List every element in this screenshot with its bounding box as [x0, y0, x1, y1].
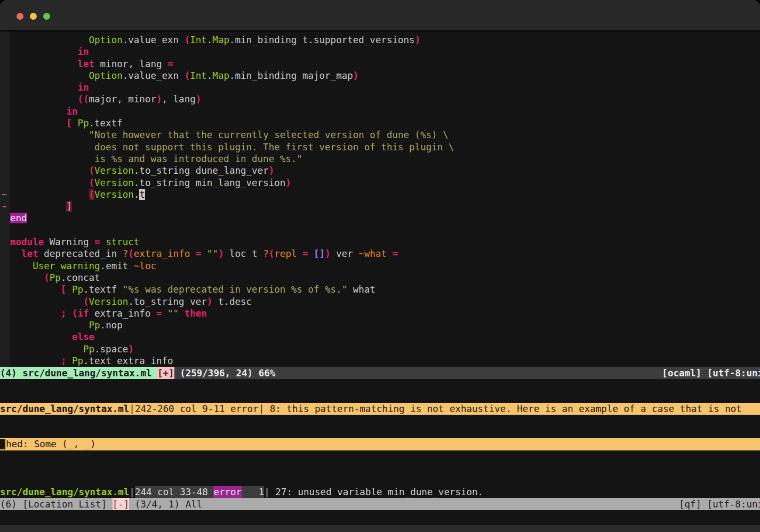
wrap-marker-block [0, 439, 5, 449]
code-line[interactable]: does not support this plugin. The first … [10, 141, 760, 153]
separator: | [259, 403, 265, 415]
loclist-selected-filename: src/dune_lang/syntax.ml [0, 403, 129, 415]
close-button[interactable] [17, 13, 23, 20]
code-editor-window[interactable]: ~ - Option.value_exn (Int.Map.min_bindin… [0, 31, 760, 367]
code-line[interactable]: (Pp.concat [10, 272, 760, 284]
code-line[interactable]: Option.value_exn (Int.Map.min_binding ma… [10, 70, 760, 82]
loclist-entry-message: 27: unused variable min_dune_version. [270, 486, 483, 498]
loclist-entry-filename: src/dune_lang/syntax.ml [0, 486, 129, 498]
separator: | [129, 486, 135, 498]
code-line[interactable]: (Version.to_string ver) t.desc [10, 296, 760, 308]
code-line[interactable]: ; (if extra_info = "" then [10, 308, 760, 319]
statusline-active: (4) src/dune_lang/syntax.ml [+] (259/396… [0, 367, 760, 379]
separator: | [264, 486, 270, 498]
loclist-selected-message: 8: this pattern-matching is not exhausti… [264, 403, 742, 415]
code-line[interactable]: let minor, lang = [10, 58, 760, 70]
statusline-filename: (4) src/dune_lang/syntax.ml [0, 367, 157, 379]
code-line[interactable]: let deprecated_in ?(extra_info = "") loc… [10, 248, 760, 260]
statusline-loclist: (6) [Location List] [-] (3/4, 1) All [qf… [0, 498, 760, 510]
code-line[interactable]: is %s and was introduced in dune %s." [10, 153, 760, 165]
code-line[interactable]: ; Pp.text extra_info [10, 355, 760, 367]
statusline-loclist-filetype: [qf] [utf-8:uni [679, 499, 760, 510]
code-lines[interactable]: Option.value_exn (Int.Map.min_binding t.… [10, 34, 760, 367]
code-line[interactable]: User_warning.emit ~loc [10, 260, 760, 272]
code-line[interactable]: module Warning = struct [10, 236, 760, 248]
code-line[interactable]: in [10, 82, 760, 93]
loclist-selected-wrap-text: hed: Some (_, _) [6, 438, 96, 450]
statusline-loclist-position: (3/4, 1) All [129, 499, 202, 510]
code-line[interactable]: end [10, 212, 760, 224]
bottom-window-edge [0, 525, 760, 532]
loclist-entry[interactable]: src/dune_lang/syntax.ml|244 col 33-48 er… [0, 486, 760, 498]
code-line[interactable]: "Note however that the currently selecte… [10, 129, 760, 141]
error-badge: error [213, 486, 242, 498]
code-line[interactable]: (Version.t [10, 189, 760, 200]
statusline-position: (259/396, 24) 66% [174, 368, 276, 378]
gitgutter-modified-sign-icon: ~ [2, 189, 9, 200]
statusline-modified-flag: [+] [157, 367, 174, 379]
code-line[interactable]: ] [10, 200, 760, 212]
titlebar[interactable] [0, 0, 760, 30]
code-line[interactable]: Pp.nop [10, 319, 760, 331]
traffic-lights [17, 13, 50, 20]
command-line[interactable] [0, 510, 760, 525]
statusline-filetype: [ocaml] [utf-8:uni [662, 368, 760, 378]
separator: | [129, 403, 135, 415]
loclist-entry-meta: 244 col 33-48 error 1 [135, 486, 264, 498]
code-line[interactable]: Pp.space) [10, 343, 760, 355]
loclist-selected-entry-wrap: hed: Some (_, _) [0, 438, 760, 450]
loclist-selected-meta: 242-260 col 9-11 error [135, 403, 259, 415]
loclist-entry-location: 244 col 33-48 [135, 486, 214, 498]
code-line[interactable]: ((major, minor), lang) [10, 93, 760, 105]
sign-column: ~ - [0, 31, 10, 367]
minimize-button[interactable] [30, 13, 37, 20]
code-line[interactable]: in [10, 46, 760, 58]
terminal-window: ~ - Option.value_exn (Int.Map.min_bindin… [0, 0, 760, 532]
code-line[interactable]: else [10, 331, 760, 343]
location-list-window[interactable]: src/dune_lang/syntax.ml|242-260 col 9-11… [0, 379, 760, 498]
code-line[interactable]: [ Pp.textf "%s was deprecated in version… [10, 284, 760, 295]
code-line[interactable]: (Version.to_string min_lang_version) [10, 177, 760, 189]
loclist-entry-number: 1 [242, 486, 264, 498]
code-line[interactable]: (Version.to_string dune_lang_ver) [10, 165, 760, 176]
code-line[interactable] [10, 224, 760, 236]
code-line[interactable]: Option.value_exn (Int.Map.min_binding t.… [10, 34, 760, 46]
statusline-loclist-toggle: [-] [113, 498, 130, 510]
zoom-button[interactable] [43, 13, 50, 20]
code-line[interactable]: in [10, 106, 760, 117]
loclist-selected-entry[interactable]: src/dune_lang/syntax.ml|242-260 col 9-11… [0, 403, 760, 415]
gitgutter-removed-sign-icon: - [2, 200, 9, 212]
cursor: t [139, 189, 145, 200]
code-line[interactable]: [ Pp.textf [10, 117, 760, 129]
statusline-loclist-title: (6) [Location List] [0, 499, 113, 510]
